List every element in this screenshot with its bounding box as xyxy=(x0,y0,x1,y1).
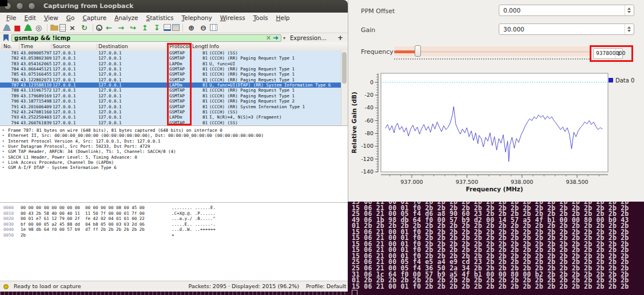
hex-row[interactable]: 001000 43 2b 58 40 00 40 11 11 50 7f 00 … xyxy=(0,211,348,217)
filter-history-dropdown-icon[interactable]: ▾ xyxy=(283,36,285,41)
toolbar-separator xyxy=(93,24,93,32)
hex-row[interactable]: 00502b+ xyxy=(0,233,348,238)
column-header-time[interactable]: Time xyxy=(21,43,52,50)
scrollbar-thumb[interactable] xyxy=(342,52,347,84)
filter-clear-icon[interactable]: ✕ xyxy=(266,34,271,42)
menu-capture[interactable]: Capture xyxy=(78,14,110,22)
menu-analyze[interactable]: Analyze xyxy=(110,14,142,22)
expander-icon[interactable]: ▸ xyxy=(2,144,5,149)
sdr-control-panel: PPM Offset 0.000 Gain 30.000 Frequency 9… xyxy=(348,0,644,202)
detail-line[interactable]: ▸Internet Protocol Version 4, Src: 127.0… xyxy=(0,139,348,144)
step-down-icon[interactable] xyxy=(627,11,631,13)
expander-icon[interactable]: ▸ xyxy=(2,160,5,165)
filter-bookmark-icon[interactable] xyxy=(3,34,9,41)
menu-help[interactable]: Help xyxy=(272,14,294,22)
cell-length: 81 xyxy=(192,82,208,88)
detail-line[interactable]: ▸Ethernet II, Src: 00:00:00_00:00:00 (00… xyxy=(0,133,348,138)
expander-icon[interactable]: ▸ xyxy=(2,128,5,133)
cell-no: 786 xyxy=(3,77,19,82)
go-last-icon[interactable]: ↧ xyxy=(152,23,162,32)
display-filter-input[interactable]: gsmtap && !icmp ✕ ➜ xyxy=(11,34,281,42)
hex-row[interactable]: 002000 01 e7 61 12 79 00 2f fe 42 02 04 … xyxy=(0,216,348,222)
titlebar[interactable]: Capturing from Loopback xyxy=(0,0,348,13)
expression-button[interactable]: Expression... xyxy=(290,35,327,41)
stop-capture-icon[interactable]: ■ xyxy=(12,23,23,32)
go-forward-icon[interactable]: → xyxy=(116,23,126,32)
detail-text: Ethernet II, Src: 00:00:00_00:00:00 (00:… xyxy=(8,133,264,138)
step-down-icon[interactable] xyxy=(627,30,631,32)
go-back-icon[interactable]: ← xyxy=(104,23,114,32)
save-file-icon[interactable] xyxy=(59,24,66,32)
menu-statistics[interactable]: Statistics xyxy=(142,14,178,22)
column-separator[interactable] xyxy=(97,44,97,49)
column-separator[interactable] xyxy=(2,44,2,49)
filter-text: gsmtap && !icmp xyxy=(14,35,264,41)
gain-value: 30.000 xyxy=(503,26,524,33)
frequency-slider-rail[interactable] xyxy=(394,51,590,53)
menu-wireless[interactable]: Wireless xyxy=(216,14,249,22)
column-header-length[interactable]: Length xyxy=(192,43,208,50)
restart-capture-icon[interactable] xyxy=(24,24,32,31)
detail-line[interactable]: ▸GSM A-I/F DTAP - System Information Typ… xyxy=(0,165,348,170)
column-header-source[interactable]: Source xyxy=(53,43,97,50)
start-capture-icon[interactable] xyxy=(3,24,11,31)
legend-swatch xyxy=(609,78,613,82)
find-packet-icon[interactable] xyxy=(96,25,102,31)
column-separator[interactable] xyxy=(19,44,19,49)
expander-icon[interactable]: ▸ xyxy=(2,133,5,138)
menu-go[interactable]: Go xyxy=(62,14,79,22)
go-first-icon[interactable]: ↥ xyxy=(140,23,150,32)
expander-icon[interactable]: ▸ xyxy=(2,165,5,170)
auto-scroll-icon[interactable] xyxy=(164,24,171,31)
hex-row[interactable]: 00401e 98 db 64 f0 00 57 b9 d7 ff 2b 2b … xyxy=(0,227,348,233)
packet-list-scrollbar[interactable] xyxy=(341,50,348,125)
zoom-out-icon[interactable]: ⊖ xyxy=(198,23,209,32)
terminal-window[interactable]: 15 06 21 00 01 f0 2b 2b 2b 2b 2b 2b 2b 2… xyxy=(348,202,644,295)
expander-icon[interactable]: ▸ xyxy=(2,155,5,160)
detail-line[interactable]: ▸Link Access Procedure, Channel Dm (LAPD… xyxy=(0,160,348,165)
profile-label[interactable]: Profile: Default xyxy=(306,283,346,289)
menu-view[interactable]: View xyxy=(40,14,62,22)
column-header-info[interactable]: Info xyxy=(209,43,340,50)
close-file-icon[interactable]: × xyxy=(67,23,78,32)
colorize-icon[interactable] xyxy=(172,24,180,31)
detail-line[interactable]: ▸GSM TAP Header, ARFCN: 34 (Downlink), T… xyxy=(0,149,348,154)
frequency-slider-handle[interactable] xyxy=(415,45,421,57)
gain-field[interactable]: 30.000 xyxy=(499,23,634,35)
step-up-icon[interactable] xyxy=(627,7,631,10)
filter-apply-icon[interactable]: ➜ xyxy=(273,34,279,42)
go-to-packet-icon[interactable]: ↪ xyxy=(128,23,138,32)
menu-file[interactable]: File xyxy=(2,14,21,22)
capture-options-icon[interactable]: ◎ xyxy=(33,23,44,32)
column-separator[interactable] xyxy=(51,44,51,49)
step-up-icon[interactable] xyxy=(627,26,631,29)
add-filter-button[interactable]: + xyxy=(337,34,343,42)
x-axis-title: Frequency (MHz) xyxy=(466,186,523,192)
expert-info-icon[interactable] xyxy=(3,284,9,289)
hex-row[interactable]: 0030bf 00 00 05 a2 45 88 dd 04 b8 05 00 … xyxy=(0,222,348,227)
open-file-icon[interactable] xyxy=(50,25,58,31)
menu-tools[interactable]: Tools xyxy=(249,14,272,22)
ppm-offset-stepper[interactable] xyxy=(625,5,634,15)
column-header-destination[interactable]: Destination xyxy=(98,43,167,50)
resize-columns-icon[interactable] xyxy=(210,24,217,31)
detail-text: Frame 787: 81 bytes on wire (648 bits), … xyxy=(8,128,222,133)
ppm-offset-field[interactable]: 0.000 xyxy=(499,5,634,16)
expander-icon[interactable]: ▸ xyxy=(2,149,5,154)
hex-row[interactable]: 000000 00 00 00 00 00 00 00 00 00 00 00 … xyxy=(0,205,348,211)
detail-line[interactable]: ▸User Datagram Protocol, Src Port: 59233… xyxy=(0,144,348,149)
expander-icon[interactable]: ▸ xyxy=(2,139,5,144)
window-minimize-button[interactable] xyxy=(16,2,23,10)
window-maximize-button[interactable] xyxy=(28,2,35,10)
menu-edit[interactable]: Edit xyxy=(21,14,40,22)
gain-stepper[interactable] xyxy=(625,24,634,34)
column-header-no[interactable]: No. xyxy=(3,43,19,50)
detail-line[interactable]: ▸Frame 787: 81 bytes on wire (648 bits),… xyxy=(0,128,348,133)
cell-length: 81 xyxy=(192,56,208,61)
menu-telephony[interactable]: Telephony xyxy=(178,14,216,22)
zoom-in-icon[interactable]: ⊕ xyxy=(186,23,197,32)
column-separator[interactable] xyxy=(208,44,208,49)
cell-source: 127.0.0.1 xyxy=(53,93,97,99)
reload-icon[interactable]: ↻ xyxy=(79,23,90,32)
detail-line[interactable]: ▸SACCH L1 Header, Power Level: 5, Timing… xyxy=(0,155,348,160)
